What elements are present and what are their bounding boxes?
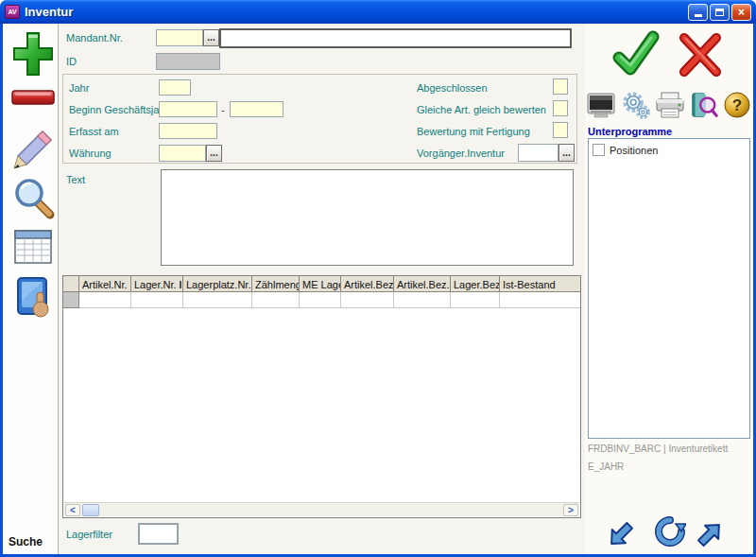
maximize-button[interactable] xyxy=(710,4,730,21)
minimize-icon xyxy=(695,14,702,17)
grid-column-label: Artikel.Nr. xyxy=(82,279,128,290)
subprogram-checkbox[interactable] xyxy=(593,144,605,156)
maximize-icon xyxy=(715,9,724,16)
grid-column-header[interactable]: Ist-Bestand xyxy=(500,276,581,292)
grid-empty-row xyxy=(63,292,580,308)
search-icon[interactable] xyxy=(11,175,55,220)
nav-back-icon[interactable] xyxy=(599,513,642,555)
abgeschlossen-checkbox[interactable] xyxy=(553,78,568,95)
beginn-von-input[interactable] xyxy=(159,101,217,117)
bewertung-label: Bewertung mit Fertigung xyxy=(417,126,530,137)
mandant-input[interactable] xyxy=(156,29,203,46)
text-label: Text xyxy=(66,174,85,185)
waehrung-label: Währung xyxy=(69,148,112,159)
unterprogramme-listbox[interactable]: Positionen xyxy=(588,138,750,439)
edit-icon[interactable] xyxy=(11,128,55,171)
grid-column-header[interactable]: Lagerplatz.Nr. xyxy=(183,276,252,292)
grid-column-header[interactable]: ME Lager xyxy=(300,276,341,292)
nav-forward-icon[interactable] xyxy=(688,513,730,555)
toolbar-sidebar: Suche xyxy=(3,24,59,554)
vorgaenger-lookup-button[interactable]: ... xyxy=(558,144,575,162)
lagerfilter-label: Lagerfilter xyxy=(66,529,112,540)
select-icon[interactable] xyxy=(11,275,55,321)
grid-column-header[interactable]: Lager.Bez. xyxy=(451,276,500,292)
grid-column-label: Artikel.Bez. xyxy=(344,279,394,290)
titlebar[interactable]: AV Inventur × xyxy=(0,0,756,24)
nav-refresh-icon[interactable] xyxy=(654,515,686,549)
grid-cell[interactable] xyxy=(79,292,131,308)
unterprogramme-label: Unterprogramme xyxy=(588,126,672,137)
grid-cell[interactable] xyxy=(183,292,252,308)
print-preview-icon[interactable] xyxy=(689,91,719,119)
beginn-label: Beginn Geschäftsjahr xyxy=(69,104,168,115)
waehrung-input[interactable] xyxy=(159,145,206,162)
table-icon[interactable] xyxy=(13,228,53,266)
settings-gears-icon[interactable] xyxy=(621,91,651,119)
grid-cell[interactable] xyxy=(300,292,341,308)
mandant-name-input[interactable] xyxy=(219,28,572,48)
help-icon[interactable]: ? xyxy=(724,92,750,118)
suche-label: Suche xyxy=(9,535,43,548)
waehrung-lookup-button[interactable]: ... xyxy=(206,145,222,162)
grid-column-label: Zählmenge xyxy=(255,279,300,290)
minimize-button[interactable] xyxy=(688,4,708,21)
vorgaenger-input[interactable] xyxy=(518,144,558,162)
monitor-icon[interactable] xyxy=(587,92,617,120)
main-form: Mandant.Nr. ... ID Jahr Beginn Geschäfts… xyxy=(60,24,584,554)
grid-cell[interactable] xyxy=(341,292,394,308)
svg-text:?: ? xyxy=(732,96,742,114)
scroll-right-button[interactable]: > xyxy=(563,504,578,516)
grid-cell[interactable] xyxy=(500,292,581,308)
scroll-left-button[interactable]: < xyxy=(65,504,80,516)
grid-column-header[interactable]: Artikel.Bez. xyxy=(341,276,394,292)
add-icon[interactable] xyxy=(12,30,54,78)
subprogram-label: Positionen xyxy=(610,145,658,156)
window-title: Inventur xyxy=(25,5,73,19)
positions-grid: Artikel.Nr.Lager.Nr.Lagerplatz.Nr.Zählme… xyxy=(62,275,581,518)
grid-header: Artikel.Nr.Lager.Nr.Lagerplatz.Nr.Zählme… xyxy=(63,276,580,292)
grid-cell[interactable] xyxy=(394,292,451,308)
ok-icon[interactable] xyxy=(610,29,661,78)
grid-cell[interactable] xyxy=(252,292,300,308)
beginn-bis-input[interactable] xyxy=(230,101,284,117)
app-icon: AV xyxy=(5,5,20,19)
grid-cell[interactable] xyxy=(131,292,183,308)
grid-column-label: Artikel.Bez.2 xyxy=(397,279,451,290)
vorgaenger-label: Vorgänger.Inventur xyxy=(417,148,505,159)
report-info-label: FRDBINV_BARC | Inventuretikett xyxy=(588,444,728,454)
mandant-lookup-button[interactable]: ... xyxy=(203,29,219,46)
grid-column-header[interactable]: Zählmenge xyxy=(252,276,300,292)
id-input xyxy=(156,53,220,70)
grid-column-label: Lager.Bez. xyxy=(454,279,500,290)
scroll-thumb[interactable] xyxy=(82,504,99,516)
printer-icon[interactable] xyxy=(655,92,685,120)
grid-column-label: ME Lager xyxy=(302,279,341,290)
lagerfilter-input[interactable] xyxy=(138,523,179,545)
grid-column-label: Lager.Nr. xyxy=(134,279,177,290)
app-window: AV Inventur × xyxy=(0,0,756,557)
grid-column-header[interactable]: Artikel.Bez.2 xyxy=(394,276,451,292)
grid-cell[interactable] xyxy=(451,292,500,308)
erfasst-input[interactable] xyxy=(159,123,217,139)
bewertung-checkbox[interactable] xyxy=(553,122,568,138)
gleiche-checkbox[interactable] xyxy=(553,100,568,116)
delete-icon[interactable] xyxy=(10,88,56,107)
grid-column-header[interactable]: Artikel.Nr. xyxy=(79,276,131,292)
text-textarea[interactable] xyxy=(161,169,574,266)
field-info-label: E_JAHR xyxy=(588,461,624,472)
mandant-label: Mandant.Nr. xyxy=(66,32,123,44)
erfasst-label: Erfasst am xyxy=(69,126,119,137)
grid-column-header[interactable]: Lager.Nr. xyxy=(131,276,183,292)
subprogram-item[interactable]: Positionen xyxy=(589,139,749,161)
grid-cell[interactable] xyxy=(63,292,79,308)
window-content: Suche Mandant.Nr. ... ID Jahr Beginn Ges… xyxy=(3,24,753,554)
cancel-icon[interactable] xyxy=(677,33,724,77)
jahr-label: Jahr xyxy=(69,82,89,94)
grid-hscrollbar[interactable]: < > xyxy=(64,502,579,516)
close-button[interactable]: × xyxy=(731,4,751,21)
abgeschlossen-label: Abgeschlossen xyxy=(417,82,488,94)
jahr-input[interactable] xyxy=(159,79,191,96)
grid-column-header[interactable] xyxy=(63,276,79,292)
grid-column-label: Lagerplatz.Nr. xyxy=(186,279,250,290)
close-icon: × xyxy=(738,6,745,19)
